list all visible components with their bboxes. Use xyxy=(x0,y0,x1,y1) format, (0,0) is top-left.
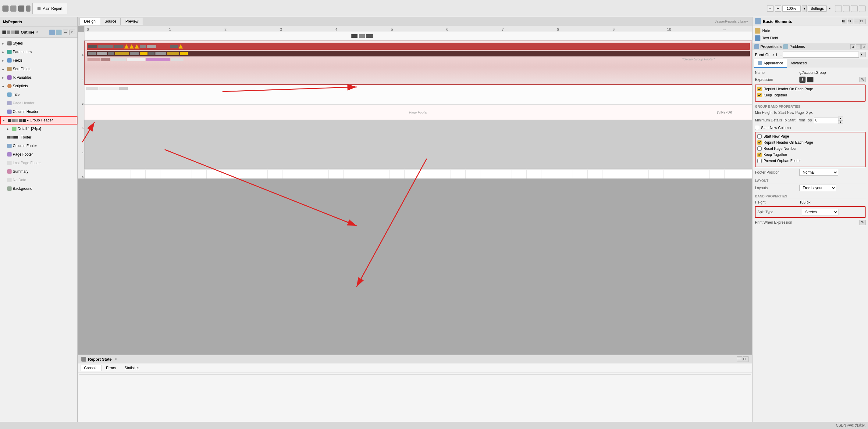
section-group-band-props: Group Band Properties xyxy=(755,105,866,109)
band-name-icon[interactable]: ▾ xyxy=(860,52,866,57)
toolbar-icon-7[interactable] xyxy=(851,5,858,12)
outline-icon-1[interactable] xyxy=(50,30,55,35)
prevent-orphan-footer-checkbox[interactable] xyxy=(757,159,762,163)
tab-preview[interactable]: Preview xyxy=(121,18,143,25)
settings-button[interactable]: Settings xyxy=(808,5,827,11)
sidebar-item-detail[interactable]: ▸ Detail 1 [24px] xyxy=(0,124,78,133)
props-icon-3[interactable]: □ xyxy=(861,44,866,49)
be-icon-min[interactable]: — xyxy=(854,19,860,24)
footer-position-select[interactable]: Normal Stack at Bottom Force at Bottom C… xyxy=(799,169,838,176)
sidebar-item-sortfields[interactable]: ▸ Sort Fields xyxy=(0,65,78,73)
props-icon-1[interactable]: ⊞ xyxy=(850,44,855,49)
rst-tab-statistics[interactable]: Statistics xyxy=(121,365,143,371)
reprint-header-checkbox-top[interactable] xyxy=(757,87,762,91)
min-details-input[interactable] xyxy=(814,117,838,123)
sidebar-item-groupheader[interactable]: ▸ ▸ Group Header xyxy=(0,116,78,124)
rs-icon-1[interactable]: — xyxy=(737,356,742,362)
start-new-page-checkbox[interactable] xyxy=(757,134,762,139)
design-scroll[interactable]: 0 1 2 3 4 5 6 7 8 9 10 ··· xyxy=(78,26,752,354)
toolbar-icon-6[interactable] xyxy=(843,5,850,12)
props-body[interactable]: Name g/AccountGroup Expression $ ✎ Repri… xyxy=(752,68,868,422)
outline-icon-4[interactable]: □ xyxy=(69,30,75,35)
start-new-column-checkbox[interactable] xyxy=(755,126,759,130)
sidebar-item-pageheader[interactable]: Page Header xyxy=(0,99,78,107)
min-details-spin[interactable]: ▲ ▼ xyxy=(814,117,843,124)
print-when-edit-btn[interactable]: ✎ xyxy=(860,220,866,225)
be-item-textfield[interactable]: Text Field xyxy=(755,34,866,42)
ptab-advanced[interactable]: Advanced xyxy=(787,59,810,68)
toolbar-icon-8[interactable] xyxy=(859,5,866,12)
be-icon-max[interactable]: □ xyxy=(860,19,866,24)
rs-icon-2[interactable]: □ xyxy=(743,356,748,362)
reset-page-number-checkbox[interactable] xyxy=(757,146,762,151)
sidebar-item-colfooter[interactable]: Column Footer xyxy=(0,142,78,150)
sidebar-item-summary[interactable]: Summary xyxy=(0,167,78,176)
outline-close[interactable]: × xyxy=(36,30,41,35)
outline-icon-3[interactable]: — xyxy=(63,30,68,35)
spin-up[interactable]: ▲ xyxy=(838,117,843,120)
zoom-in-button[interactable]: + xyxy=(775,5,781,11)
print-when-label: Print When Expression xyxy=(755,220,798,225)
props-icon-2[interactable]: — xyxy=(856,44,861,49)
expression-edit-btn[interactable]: ✎ xyxy=(860,77,866,82)
sidebar-item-parameters[interactable]: ▸ Parameters xyxy=(0,48,78,56)
sidebar-item-nodata[interactable]: No Data xyxy=(0,176,78,184)
keep-together-checkbox-bottom[interactable] xyxy=(757,152,762,157)
checkbox-reprint-bottom-row[interactable]: Reprint Header On Each Page xyxy=(757,140,863,145)
min-height-value: 0 px xyxy=(806,110,813,115)
sidebar-item-styles[interactable]: ▸ Styles xyxy=(0,39,78,48)
toolbar-icon-3[interactable] xyxy=(18,5,24,11)
keep-together-checkbox-top[interactable] xyxy=(757,93,762,97)
props-close-btn[interactable]: × xyxy=(780,45,782,49)
rst-tab-errors[interactable]: Errors xyxy=(102,365,120,371)
csq-3 xyxy=(11,30,14,34)
zoom-dropdown-button[interactable]: ▾ xyxy=(802,5,807,12)
checkbox-startnewpage-row[interactable]: Start New Page xyxy=(757,134,863,139)
band-name-input[interactable] xyxy=(783,52,859,58)
be-icon-settings[interactable]: ⚙ xyxy=(848,19,854,24)
bottom-red-box: Start New Page Reprint Header On Each Pa… xyxy=(755,132,866,167)
band-page-footer[interactable]: Page Footer $VIREPORT xyxy=(85,105,752,120)
ruler-h-wrapper: 0 1 2 3 4 5 6 7 8 9 10 ··· xyxy=(85,26,752,32)
checkbox-keeptogether-bottom-row[interactable]: Keep Together xyxy=(757,152,863,157)
sidebar-item-footer[interactable]: Footer xyxy=(0,133,78,142)
spin-down[interactable]: ▼ xyxy=(838,120,843,124)
canvas-body[interactable]: *Group Group Footer* Page Footer xyxy=(85,32,752,178)
toolbar-icon-1[interactable] xyxy=(2,5,8,11)
rst-tab-console[interactable]: Console xyxy=(80,365,101,371)
split-type-select[interactable]: Stretch Prevent Immediate NoStretch xyxy=(802,209,838,216)
be-item-note[interactable]: Note xyxy=(755,27,866,34)
checkbox-keeptogether-top[interactable]: Keep Together xyxy=(757,93,863,97)
sidebar-item-title[interactable]: Title xyxy=(0,90,78,99)
prevent-orphan-footer-label: Prevent Orphan Footer xyxy=(764,159,801,163)
be-icon-expand[interactable]: ⊞ xyxy=(842,19,847,24)
section-layout: Layout xyxy=(755,179,866,183)
layouts-select[interactable]: Free Layout Flow Layout Table Layout xyxy=(799,184,836,191)
outline-icon-2[interactable] xyxy=(56,30,62,35)
sidebar-item-background[interactable]: Background xyxy=(0,184,78,193)
sidebar-item-variables[interactable]: ▸ fx Variables xyxy=(0,73,78,82)
band-detail[interactable] xyxy=(85,85,752,105)
toolbar-icon-2[interactable] xyxy=(10,5,17,11)
sidebar-item-lastpagefooter[interactable]: Last Page Footer xyxy=(0,159,78,167)
checkbox-resetpage-row[interactable]: Reset Page Number xyxy=(757,146,863,151)
checkbox-preventorphan-row[interactable]: Prevent Orphan Footer xyxy=(757,159,863,163)
bottom-right-label: CSDN @努力就绿 xyxy=(836,423,866,428)
main-report-tab[interactable]: Main Report xyxy=(32,3,67,14)
sidebar-item-pagefooter[interactable]: Page Footer xyxy=(0,150,78,159)
tab-source[interactable]: Source xyxy=(100,18,121,25)
toolbar-icon-5[interactable] xyxy=(835,5,842,12)
checkbox-reprint-top[interactable]: Reprint Header On Each Page xyxy=(757,87,863,91)
tab-design[interactable]: Design xyxy=(80,18,100,25)
report-state-close[interactable]: × xyxy=(115,357,117,361)
sidebar-item-fields[interactable]: ▸ Fields xyxy=(0,56,78,65)
reprint-header-checkbox-bottom[interactable] xyxy=(757,140,762,145)
sidebar-item-scriptlets[interactable]: ▸ Scriptlets xyxy=(0,82,78,90)
sidebar-item-colheader[interactable]: Column Header xyxy=(0,107,78,116)
zoom-out-button[interactable]: − xyxy=(767,5,774,11)
toolbar-icon-4[interactable] xyxy=(26,5,30,11)
report-state-icons: — □ xyxy=(737,356,748,362)
ptab-appearance[interactable]: Appearance xyxy=(754,59,787,68)
checkbox-startnewcol-row[interactable]: Start New Column xyxy=(755,126,866,130)
band-group-header[interactable]: *Group Group Footer* xyxy=(85,40,752,85)
